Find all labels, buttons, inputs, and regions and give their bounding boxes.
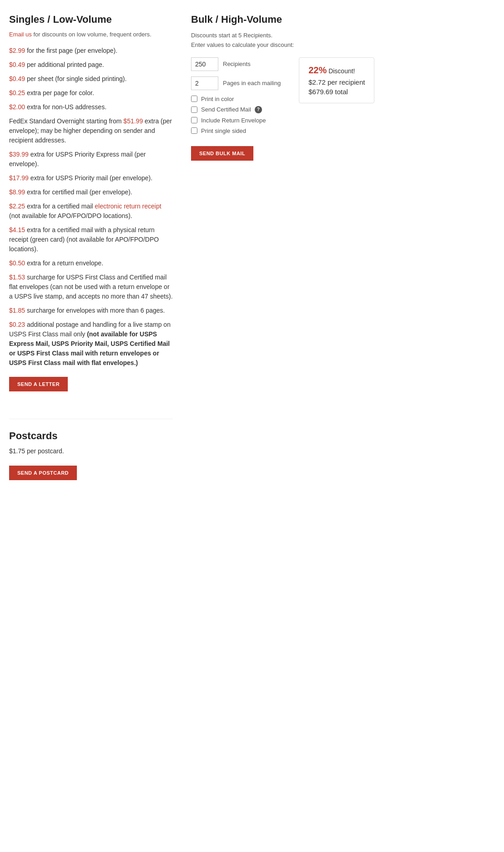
bulk-title: Bulk / High-Volume xyxy=(191,14,495,25)
postcards-section: Postcards $1.75 per postcard. SEND A POS… xyxy=(9,419,173,494)
bulk-top-row: Recipients Pages in each mailing Print i… xyxy=(191,57,495,138)
email-link[interactable]: Email us xyxy=(9,31,32,38)
price-text-3: per sheet (for single sided printing). xyxy=(25,75,126,82)
stamp-amount: $0.23 xyxy=(9,321,25,328)
pages-label: Pages in each mailing xyxy=(223,80,281,86)
erreceipt-prefix: extra for a certified mail xyxy=(25,203,95,210)
return-env-amount: $0.50 xyxy=(9,259,25,267)
flat-env-text: surcharge for USPS First Class and Certi… xyxy=(9,274,173,300)
usps-priority-amount: $17.99 xyxy=(9,174,29,182)
singles-title: Singles / Low-Volume xyxy=(9,14,173,25)
bulk-intro: Discounts start at 5 Recipients. Enter v… xyxy=(191,31,495,50)
certified-amount: $8.99 xyxy=(9,188,25,196)
discount-percent-value: 22% xyxy=(308,65,327,75)
single-sided-label: Print single sided xyxy=(201,127,246,134)
price-amount-4: $0.25 xyxy=(9,89,25,96)
usps-priority-text: extra for USPS Priority mail (per envelo… xyxy=(29,174,152,182)
price-physical-receipt: $4.15 extra for a certified mail with a … xyxy=(9,225,173,254)
price-live-stamp: $0.23 additional postage and handling fo… xyxy=(9,320,173,368)
return-envelope-checkbox[interactable] xyxy=(191,117,197,123)
bulk-intro-line2: Enter values to calculate your discount: xyxy=(191,41,294,48)
bulk-intro-line1: Discounts start at 5 Recipients. xyxy=(191,32,272,39)
discount-per-recipient: $2.72 per recipient xyxy=(308,78,365,86)
print-color-label: Print in color xyxy=(201,96,234,102)
certified-mail-label: Send Certified Mail xyxy=(201,106,251,113)
price-amount-3: $0.49 xyxy=(9,75,25,82)
return-envelope-label: Include Return Envelope xyxy=(201,117,266,124)
price-return-envelope: $0.50 extra for a return envelope. xyxy=(9,259,173,268)
checkbox-certified-row: Send Certified Mail ? xyxy=(191,106,281,113)
certified-text: extra for certified mail (per envelope). xyxy=(25,188,132,196)
discount-percent: 22% Discount! xyxy=(308,65,365,76)
usps-express-text: extra for USPS Priority Express mail (pe… xyxy=(9,151,146,167)
price-certified: $8.99 extra for certified mail (per enve… xyxy=(9,188,173,197)
send-bulk-button[interactable]: SEND BULK MAIL xyxy=(191,146,253,161)
return-env-text: extra for a return envelope. xyxy=(25,259,103,267)
print-color-checkbox[interactable] xyxy=(191,96,197,102)
checkbox-single-sided-row: Print single sided xyxy=(191,127,281,134)
physical-text: extra for a certified mail with a physic… xyxy=(9,226,159,253)
singles-section: Singles / Low-Volume Email us for discou… xyxy=(9,14,173,494)
bulk-inputs: Recipients Pages in each mailing Print i… xyxy=(191,57,281,138)
price-flat-envelope: $1.53 surcharge for USPS First Class and… xyxy=(9,273,173,301)
postcards-price: $1.75 per postcard. xyxy=(9,447,173,455)
over6-amount: $1.85 xyxy=(9,307,25,314)
price-additional-page: $0.49 per additional printed page. xyxy=(9,60,173,70)
price-color: $0.25 extra per page for color. xyxy=(9,88,173,98)
price-amount-5: $2.00 xyxy=(9,103,25,111)
price-single-sided: $0.49 per sheet (for single sided printi… xyxy=(9,74,173,84)
bulk-section: Bulk / High-Volume Discounts start at 5 … xyxy=(191,14,495,174)
certified-mail-checkbox[interactable] xyxy=(191,106,197,113)
price-over6-pages: $1.85 surcharge for envelopes with more … xyxy=(9,306,173,315)
erreceipt-link[interactable]: electronic return receipt xyxy=(95,203,161,210)
price-text-4: extra per page for color. xyxy=(25,89,94,96)
send-postcard-button[interactable]: SEND A POSTCARD xyxy=(9,466,77,480)
pages-row: Pages in each mailing xyxy=(191,76,281,90)
discount-label: Discount! xyxy=(328,67,355,75)
price-amount-1: $2.99 xyxy=(9,47,25,54)
recipients-label: Recipients xyxy=(223,61,251,67)
price-electronic-receipt: $2.25 extra for a certified mail electro… xyxy=(9,202,173,221)
price-text-2: per additional printed page. xyxy=(25,61,104,68)
price-non-us: $2.00 extra for non-US addresses. xyxy=(9,102,173,112)
email-note: Email us for discounts on low volume, fr… xyxy=(9,31,173,38)
usps-express-amount: $39.99 xyxy=(9,151,29,158)
pages-input[interactable] xyxy=(191,76,218,90)
fedex-prefix: FedEx Standard Overnight starting from xyxy=(9,117,123,125)
checkbox-return-env-row: Include Return Envelope xyxy=(191,117,281,124)
erreceipt-amount: $2.25 xyxy=(9,203,25,210)
price-text-1: for the first page (per envelope). xyxy=(25,47,117,54)
over6-text: surcharge for envelopes with more than 6… xyxy=(25,307,165,314)
fedex-amount: $51.99 xyxy=(123,117,143,125)
flat-env-amount: $1.53 xyxy=(9,274,25,281)
send-letter-button[interactable]: SEND A LETTER xyxy=(9,377,68,391)
email-note-text: for discounts on low volume, frequent or… xyxy=(32,31,151,38)
erreceipt-suffix: (not available for APO/FPO/DPO locations… xyxy=(9,212,132,219)
certified-help-icon[interactable]: ? xyxy=(255,106,262,113)
price-first-page: $2.99 for the first page (per envelope). xyxy=(9,46,173,56)
price-amount-2: $0.49 xyxy=(9,61,25,68)
price-usps-priority: $17.99 extra for USPS Priority mail (per… xyxy=(9,173,173,183)
physical-amount: $4.15 xyxy=(9,226,25,233)
postcards-title: Postcards xyxy=(9,430,173,442)
recipients-input[interactable] xyxy=(191,57,218,71)
discount-total: $679.69 total xyxy=(308,88,365,96)
checkbox-color-row: Print in color xyxy=(191,96,281,102)
price-fedex: FedEx Standard Overnight starting from $… xyxy=(9,117,173,145)
price-text-5: extra for non-US addresses. xyxy=(25,103,106,111)
recipients-row: Recipients xyxy=(191,57,281,71)
discount-box: 22% Discount! $2.72 per recipient $679.6… xyxy=(299,57,374,103)
single-sided-checkbox[interactable] xyxy=(191,127,197,134)
price-usps-express: $39.99 extra for USPS Priority Express m… xyxy=(9,150,173,169)
